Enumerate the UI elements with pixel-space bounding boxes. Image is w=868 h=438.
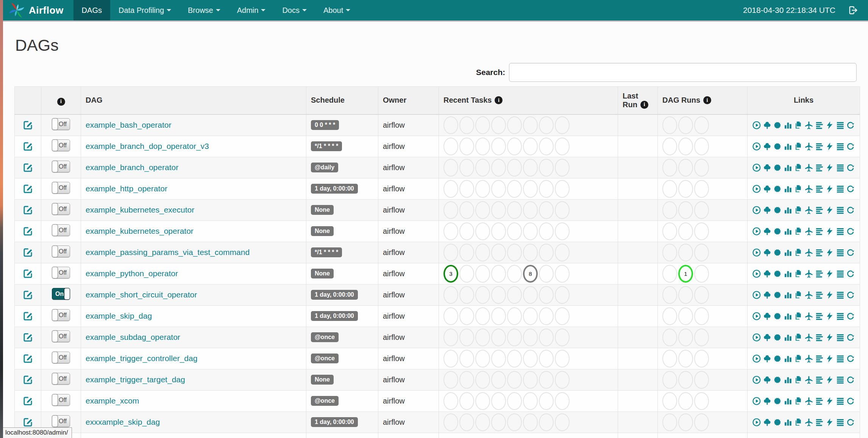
task-state-circle[interactable]: [459, 286, 474, 304]
header-owner[interactable]: Owner: [378, 87, 439, 114]
task-state-circle[interactable]: [491, 222, 506, 240]
task-state-circle[interactable]: [507, 328, 522, 346]
task-state-circle[interactable]: [539, 413, 554, 431]
task-state-circle[interactable]: [475, 350, 490, 368]
task-state-circle[interactable]: [662, 244, 677, 261]
task-state-circle[interactable]: [507, 222, 522, 240]
airflow-brand[interactable]: Airflow: [3, 0, 73, 20]
link-code-view-icon[interactable]: [825, 142, 834, 151]
link-trigger-dag-icon[interactable]: [752, 163, 761, 172]
link-code-view-icon[interactable]: [825, 396, 834, 406]
dag-pause-toggle[interactable]: On: [52, 288, 70, 300]
link-gantt-icon[interactable]: [815, 333, 824, 342]
edit-dag-icon[interactable]: [23, 184, 33, 194]
task-state-circle[interactable]: [555, 244, 570, 261]
task-state-circle[interactable]: [678, 222, 693, 240]
link-task-tries-icon[interactable]: [794, 142, 803, 151]
task-state-circle[interactable]: [694, 222, 709, 240]
link-logs-icon[interactable]: [836, 418, 845, 427]
link-graph-view-icon[interactable]: [773, 311, 782, 321]
task-state-circle[interactable]: [678, 116, 693, 134]
task-state-circle[interactable]: [459, 307, 474, 325]
dag-pause-toggle[interactable]: Off: [52, 415, 70, 427]
link-task-duration-icon[interactable]: [784, 184, 793, 194]
dag-name-link[interactable]: example_branch_operator: [86, 163, 178, 172]
link-logs-icon[interactable]: [836, 354, 845, 363]
schedule-badge[interactable]: None: [311, 375, 334, 385]
task-state-circle[interactable]: [662, 392, 677, 410]
task-state-circle[interactable]: [539, 307, 554, 325]
task-state-circle[interactable]: [678, 371, 693, 389]
task-state-circle[interactable]: [523, 116, 538, 134]
task-state-circle[interactable]: [539, 328, 554, 346]
edit-dag-icon[interactable]: [23, 332, 33, 343]
link-code-view-icon[interactable]: [825, 184, 834, 194]
task-state-circle[interactable]: [491, 138, 506, 155]
nav-item-dags[interactable]: DAGs: [73, 0, 110, 20]
link-trigger-dag-icon[interactable]: [752, 396, 761, 406]
nav-item-data-profiling[interactable]: Data Profiling: [110, 0, 180, 20]
task-state-circle[interactable]: [678, 350, 693, 368]
link-tree-view-icon[interactable]: [763, 396, 772, 406]
task-state-circle[interactable]: [459, 201, 474, 219]
link-landing-times-icon[interactable]: [804, 290, 813, 300]
link-task-duration-icon[interactable]: [784, 333, 793, 342]
task-state-circle[interactable]: [678, 413, 693, 431]
edit-dag-icon[interactable]: [23, 269, 33, 279]
link-tree-view-icon[interactable]: [763, 205, 772, 215]
link-graph-view-icon[interactable]: [773, 418, 782, 427]
dag-pause-toggle[interactable]: Off: [52, 224, 70, 236]
task-state-circle[interactable]: [475, 286, 490, 304]
task-state-circle[interactable]: [555, 138, 570, 155]
link-task-duration-icon[interactable]: [784, 142, 793, 151]
task-state-circle[interactable]: [662, 222, 677, 240]
edit-dag-icon[interactable]: [23, 226, 33, 236]
link-logs-icon[interactable]: [836, 142, 845, 151]
link-landing-times-icon[interactable]: [804, 120, 813, 130]
link-code-view-icon[interactable]: [825, 205, 834, 215]
task-state-circle[interactable]: [507, 201, 522, 219]
task-state-circle[interactable]: [678, 286, 693, 304]
link-trigger-dag-icon[interactable]: [752, 418, 761, 427]
dag-pause-toggle[interactable]: Off: [52, 118, 70, 130]
link-task-duration-icon[interactable]: [784, 227, 793, 236]
link-task-duration-icon[interactable]: [784, 248, 793, 257]
link-graph-view-icon[interactable]: [773, 227, 782, 236]
schedule-badge[interactable]: 0 0 * * *: [311, 120, 339, 130]
link-task-tries-icon[interactable]: [794, 333, 803, 342]
edit-dag-icon[interactable]: [23, 141, 33, 152]
link-trigger-dag-icon[interactable]: [752, 375, 761, 385]
task-state-circle[interactable]: [678, 180, 693, 198]
task-state-circle[interactable]: [475, 138, 490, 155]
task-state-circle[interactable]: [443, 328, 458, 346]
task-state-circle[interactable]: [662, 286, 677, 304]
link-task-tries-icon[interactable]: [794, 418, 803, 427]
link-trigger-dag-icon[interactable]: [752, 290, 761, 300]
link-gantt-icon[interactable]: [815, 418, 824, 427]
link-refresh-icon[interactable]: [846, 269, 855, 278]
link-task-tries-icon[interactable]: [794, 205, 803, 215]
schedule-badge[interactable]: 1 day, 0:00:00: [311, 184, 358, 194]
task-state-circle[interactable]: [523, 350, 538, 368]
link-refresh-icon[interactable]: [846, 375, 855, 385]
link-task-duration-icon[interactable]: [784, 418, 793, 427]
link-graph-view-icon[interactable]: [773, 163, 782, 172]
dag-pause-toggle[interactable]: Off: [52, 182, 70, 194]
link-gantt-icon[interactable]: [815, 311, 824, 321]
link-gantt-icon[interactable]: [815, 142, 824, 151]
schedule-badge[interactable]: None: [311, 269, 334, 278]
dag-pause-toggle[interactable]: Off: [52, 246, 70, 257]
dag-pause-toggle[interactable]: Off: [52, 373, 70, 385]
task-state-circle[interactable]: [694, 413, 709, 431]
link-tree-view-icon[interactable]: [763, 163, 772, 172]
task-state-circle[interactable]: [694, 286, 709, 304]
link-landing-times-icon[interactable]: [804, 248, 813, 257]
link-landing-times-icon[interactable]: [804, 269, 813, 278]
link-task-duration-icon[interactable]: [784, 311, 793, 321]
schedule-badge[interactable]: @daily: [311, 163, 338, 172]
task-state-circle[interactable]: 8: [523, 265, 538, 283]
task-state-circle[interactable]: [662, 116, 677, 134]
task-state-circle[interactable]: [491, 307, 506, 325]
task-state-circle[interactable]: [475, 265, 490, 283]
link-refresh-icon[interactable]: [846, 418, 855, 427]
